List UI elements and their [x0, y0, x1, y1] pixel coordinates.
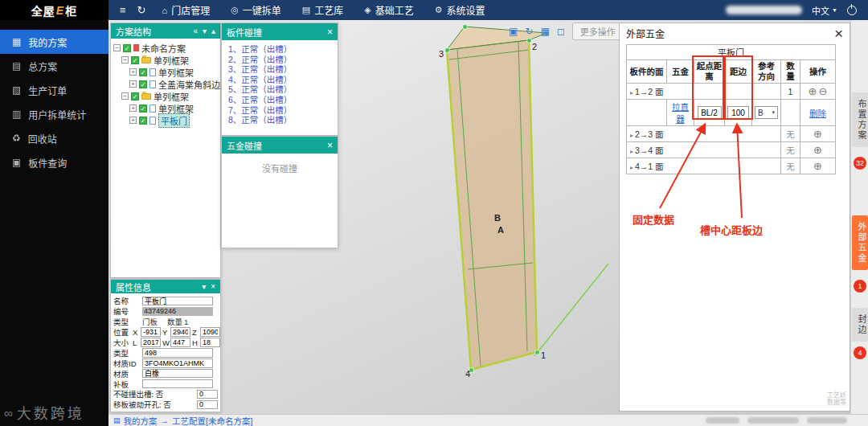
properties-header[interactable]: 属性信息 ▾ × — [111, 280, 220, 293]
nav-one-key-split[interactable]: ◎ 一键拆单 — [231, 3, 281, 17]
delete-link[interactable]: 删除 — [809, 109, 826, 118]
expander-icon[interactable]: + — [129, 80, 137, 88]
height-field[interactable] — [200, 338, 220, 347]
language-label: 中文 — [812, 4, 829, 17]
close-icon[interactable]: × — [327, 141, 333, 150]
menu-icon[interactable]: ≡ — [120, 4, 126, 16]
nav-system-settings[interactable]: ⚙ 系统设置 — [435, 3, 485, 17]
close-icon[interactable]: × — [211, 283, 215, 291]
checkbox-checked[interactable]: ✓ — [139, 68, 147, 76]
add-hardware-icon[interactable]: ⊕ — [813, 160, 822, 172]
collision-item[interactable]: 2、正常（出槽） — [228, 55, 331, 65]
face-group-cell[interactable]: ▸1→2 面 — [627, 84, 781, 100]
direction-select[interactable]: B ▾ — [755, 106, 778, 119]
snapshot-icon[interactable]: ▣ — [509, 26, 518, 37]
face-group-cell[interactable]: ▸4→1 面 — [627, 158, 781, 174]
material-field[interactable] — [142, 369, 213, 379]
tree-item-frame-2[interactable]: − ✓ 单列框架 — [113, 90, 218, 102]
chevron-up-icon[interactable]: ▴ — [211, 27, 215, 35]
sidebar-item-production-orders[interactable]: ▧ 生产订单 — [0, 78, 108, 102]
expander-icon[interactable]: − — [121, 92, 129, 100]
tree-item-root[interactable]: − ✓ 未命名方案 — [113, 42, 218, 54]
patch-field[interactable] — [142, 379, 213, 389]
tab-edge-banding[interactable]: 封边 — [852, 308, 868, 342]
nav-basic-process[interactable]: ◈ 基础工艺 — [364, 3, 413, 17]
edge-distance-input[interactable] — [727, 106, 749, 119]
straightener-link[interactable]: 拉直器 — [672, 102, 689, 124]
sidebar-item-my-plans[interactable]: ▦ 我的方案 — [0, 30, 108, 54]
language-selector[interactable]: 中文 ▼ — [812, 4, 837, 17]
checkbox-checked[interactable]: ✓ — [139, 104, 147, 113]
add-hardware-icon[interactable]: ⊕ — [813, 128, 822, 140]
close-icon[interactable]: × — [834, 26, 843, 41]
prop-row-material-id: 材质ID — [113, 358, 218, 368]
tree-item-frame-1-1[interactable]: + ✓ 单列框架 — [113, 66, 218, 78]
checkbox-checked[interactable]: ✓ — [131, 92, 139, 100]
collision-item[interactable]: 5、正常（出槽） — [228, 84, 331, 95]
tree-item-flat-door-selected[interactable]: + ✓ 平板门 — [113, 114, 218, 126]
sidebar-item-all-plans[interactable]: ▤ 总方案 — [0, 54, 108, 78]
expander-icon[interactable]: + — [129, 104, 137, 112]
move-hole-label: 移板被动开孔: 否 — [113, 399, 195, 410]
checkbox-checked[interactable]: ✓ — [131, 56, 139, 64]
collision-item[interactable]: 3、正常（出槽） — [228, 64, 331, 75]
hardware-collision-header[interactable]: 五金碰撞 × — [222, 137, 338, 154]
start-distance-input[interactable] — [698, 106, 722, 119]
collapse-icon[interactable]: « — [193, 27, 198, 35]
z-field[interactable] — [200, 327, 220, 337]
grid-view-icon[interactable]: ▦ — [540, 26, 549, 37]
expander-icon[interactable]: − — [113, 44, 121, 51]
tree-item-bevel-door[interactable]: + ✓ 全盖海棠角斜边门 — [113, 78, 218, 90]
reset-view-icon[interactable]: ↻ — [525, 26, 533, 37]
y-field[interactable] — [170, 327, 190, 337]
nav-store-management[interactable]: ⌂ 门店管理 — [162, 3, 211, 17]
expander-icon[interactable]: − — [121, 56, 129, 63]
material-id-field[interactable] — [142, 358, 213, 368]
add-hardware-icon[interactable]: ⊕ — [813, 144, 822, 156]
annotation-groove-center: 槽中心距板边 — [700, 222, 763, 237]
checkbox-checked[interactable]: ✓ — [139, 80, 147, 88]
checkbox-checked[interactable]: ✓ — [139, 117, 147, 125]
collision-item[interactable]: 6、正常（出槽） — [228, 95, 331, 105]
sidebar-item-recycle-bin[interactable]: ♻ 回收站 — [0, 126, 108, 150]
face-group-cell[interactable]: ▸2→3 面 — [627, 126, 781, 142]
breadcrumb-my-plans[interactable]: 我的方案 — [124, 415, 158, 426]
move-hole-field[interactable] — [197, 400, 218, 410]
user-name-blurred[interactable] — [726, 6, 802, 14]
checkbox-checked[interactable]: ✓ — [123, 44, 131, 52]
collision-item[interactable]: 7、正常（出槽） — [228, 105, 331, 116]
breadcrumb-process-config[interactable]: 工艺配置[未命名方案] — [172, 415, 252, 426]
remove-hardware-icon[interactable]: ⊖ — [819, 85, 828, 97]
refresh-icon[interactable]: ↻ — [137, 4, 146, 16]
x-field[interactable] — [141, 327, 161, 337]
fullscreen-icon[interactable]: ◻ — [557, 26, 565, 37]
expander-icon[interactable]: + — [129, 117, 137, 124]
triangle-icon: ▸ — [630, 132, 633, 139]
chevron-down-icon[interactable]: ▾ — [203, 27, 207, 35]
chevron-down-icon[interactable]: ▾ — [202, 283, 206, 291]
width-field[interactable] — [170, 338, 190, 347]
collision-item[interactable]: 4、正常（出槽） — [228, 75, 331, 85]
nav-process-library[interactable]: ▤ 工艺库 — [302, 3, 343, 17]
triangle-icon: ▸ — [630, 89, 633, 96]
board-collision-header[interactable]: 板件碰撞 × — [222, 23, 338, 40]
tab-external-hardware[interactable]: 外部五金 — [852, 215, 868, 270]
structure-panel-header[interactable]: 方案结构 « ▾ ▴ — [111, 23, 220, 39]
face-group-cell[interactable]: ▸3→4 面 — [627, 142, 781, 158]
logout-power-icon[interactable] — [847, 6, 857, 15]
sidebar-item-user-split-stats[interactable]: ▥ 用户拆单统计 — [0, 102, 108, 126]
add-hardware-icon[interactable]: ⊕ — [809, 85, 817, 97]
status-bar: ▤ 我的方案 → 工艺配置[未命名方案] — [108, 414, 868, 426]
name-field[interactable] — [142, 297, 213, 306]
no-slot-field[interactable] — [197, 390, 218, 399]
type2-field[interactable] — [142, 348, 213, 358]
collision-item[interactable]: 8、正常（出槽） — [228, 115, 331, 125]
close-icon[interactable]: × — [327, 28, 333, 36]
expander-icon[interactable]: + — [129, 68, 137, 76]
collision-item[interactable]: 1、正常（出槽） — [228, 44, 331, 55]
detail-face-empty — [627, 100, 667, 126]
sidebar-item-board-query[interactable]: ▣ 板件查询 — [0, 150, 108, 174]
length-field[interactable] — [141, 338, 161, 347]
tab-layout-plan[interactable]: 布置方案 — [852, 92, 868, 147]
tree-item-frame-1[interactable]: − ✓ 单列框架 — [113, 54, 218, 66]
